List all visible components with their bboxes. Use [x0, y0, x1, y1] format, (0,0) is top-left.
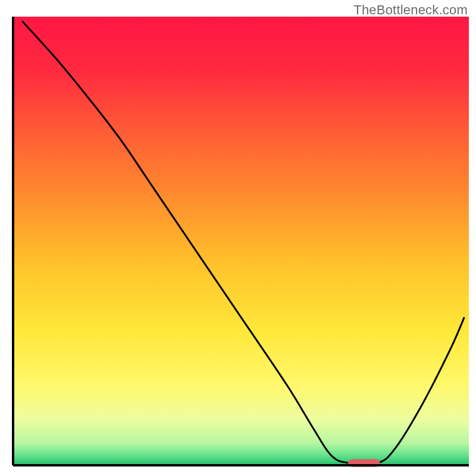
chart-svg: [0, 0, 476, 476]
watermark-text: TheBottleneck.com: [353, 2, 468, 18]
plot-background: [13, 17, 469, 465]
bottleneck-chart: TheBottleneck.com: [0, 0, 476, 476]
